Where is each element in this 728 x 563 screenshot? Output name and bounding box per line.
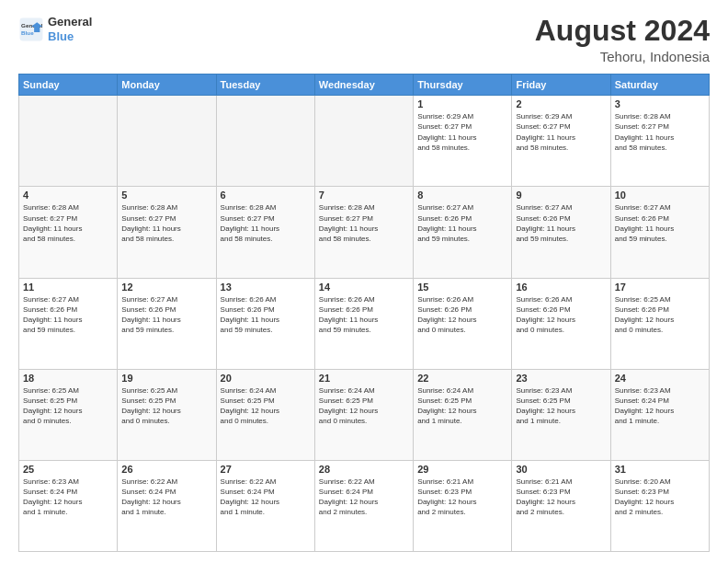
day-info: Sunrise: 6:28 AM Sunset: 6:27 PM Dayligh… [319, 202, 409, 244]
day-info: Sunrise: 6:25 AM Sunset: 6:26 PM Dayligh… [615, 294, 705, 336]
day-info: Sunrise: 6:28 AM Sunset: 6:27 PM Dayligh… [23, 202, 113, 244]
calendar-cell: 11Sunrise: 6:27 AM Sunset: 6:26 PM Dayli… [19, 278, 118, 369]
day-info: Sunrise: 6:28 AM Sunset: 6:27 PM Dayligh… [121, 202, 211, 244]
calendar-header-row: SundayMondayTuesdayWednesdayThursdayFrid… [19, 75, 710, 96]
day-number: 31 [615, 464, 705, 475]
calendar-cell: 4Sunrise: 6:28 AM Sunset: 6:27 PM Daylig… [19, 187, 118, 278]
day-number: 20 [221, 373, 311, 384]
day-number: 18 [23, 373, 113, 384]
day-info: Sunrise: 6:22 AM Sunset: 6:24 PM Dayligh… [221, 477, 311, 518]
day-number: 28 [319, 464, 409, 475]
day-info: Sunrise: 6:25 AM Sunset: 6:25 PM Dayligh… [23, 385, 113, 427]
calendar-cell: 6Sunrise: 6:28 AM Sunset: 6:27 PM Daylig… [216, 187, 314, 278]
calendar-cell: 26Sunrise: 6:22 AM Sunset: 6:24 PM Dayli… [118, 460, 216, 551]
calendar-week-2: 4Sunrise: 6:28 AM Sunset: 6:27 PM Daylig… [19, 187, 710, 278]
day-info: Sunrise: 6:23 AM Sunset: 6:25 PM Dayligh… [516, 385, 606, 427]
calendar-header-thursday: Thursday [414, 75, 512, 96]
day-number: 30 [516, 464, 606, 475]
day-info: Sunrise: 6:28 AM Sunset: 6:27 PM Dayligh… [221, 202, 311, 244]
day-info: Sunrise: 6:27 AM Sunset: 6:26 PM Dayligh… [121, 294, 211, 336]
day-info: Sunrise: 6:27 AM Sunset: 6:26 PM Dayligh… [23, 294, 113, 336]
calendar-header-sunday: Sunday [19, 75, 118, 96]
calendar-cell: 25Sunrise: 6:23 AM Sunset: 6:24 PM Dayli… [19, 460, 118, 551]
day-number: 27 [221, 464, 311, 475]
calendar-header-saturday: Saturday [610, 75, 709, 96]
day-number: 24 [615, 373, 705, 384]
calendar-cell: 8Sunrise: 6:27 AM Sunset: 6:26 PM Daylig… [414, 187, 512, 278]
day-number: 29 [417, 464, 507, 475]
calendar-cell: 3Sunrise: 6:28 AM Sunset: 6:27 PM Daylig… [610, 96, 709, 187]
calendar-table: SundayMondayTuesdayWednesdayThursdayFrid… [18, 74, 710, 552]
calendar-cell: 21Sunrise: 6:24 AM Sunset: 6:25 PM Dayli… [314, 369, 413, 460]
calendar-cell: 29Sunrise: 6:21 AM Sunset: 6:23 PM Dayli… [414, 460, 512, 551]
day-number: 14 [319, 282, 409, 293]
calendar-cell [314, 96, 413, 187]
day-number: 4 [23, 190, 113, 201]
day-info: Sunrise: 6:23 AM Sunset: 6:24 PM Dayligh… [615, 385, 705, 427]
day-info: Sunrise: 6:24 AM Sunset: 6:25 PM Dayligh… [221, 385, 311, 427]
day-info: Sunrise: 6:29 AM Sunset: 6:27 PM Dayligh… [417, 111, 507, 153]
calendar-cell: 9Sunrise: 6:27 AM Sunset: 6:26 PM Daylig… [512, 187, 610, 278]
day-number: 8 [417, 190, 507, 201]
calendar-week-3: 11Sunrise: 6:27 AM Sunset: 6:26 PM Dayli… [19, 278, 710, 369]
calendar-cell: 16Sunrise: 6:26 AM Sunset: 6:26 PM Dayli… [512, 278, 610, 369]
day-info: Sunrise: 6:22 AM Sunset: 6:24 PM Dayligh… [319, 477, 409, 518]
day-number: 26 [121, 464, 211, 475]
calendar-cell [118, 96, 216, 187]
logo: General Blue General Blue [18, 15, 92, 43]
calendar-header-tuesday: Tuesday [216, 75, 314, 96]
day-number: 5 [121, 190, 211, 201]
day-number: 12 [121, 282, 211, 293]
day-info: Sunrise: 6:27 AM Sunset: 6:26 PM Dayligh… [615, 202, 705, 244]
day-number: 1 [417, 98, 507, 109]
day-number: 10 [615, 190, 705, 201]
calendar-cell [216, 96, 314, 187]
logo-line2: Blue [48, 29, 92, 44]
calendar-header-wednesday: Wednesday [314, 75, 413, 96]
calendar-cell: 2Sunrise: 6:29 AM Sunset: 6:27 PM Daylig… [512, 96, 610, 187]
calendar-cell: 31Sunrise: 6:20 AM Sunset: 6:23 PM Dayli… [610, 460, 709, 551]
day-info: Sunrise: 6:22 AM Sunset: 6:24 PM Dayligh… [121, 477, 211, 518]
day-number: 9 [516, 190, 606, 201]
day-number: 25 [23, 464, 113, 475]
header: General Blue General Blue August 2024 Te… [18, 15, 710, 64]
day-number: 13 [221, 282, 311, 293]
calendar-cell: 28Sunrise: 6:22 AM Sunset: 6:24 PM Dayli… [314, 460, 413, 551]
day-info: Sunrise: 6:25 AM Sunset: 6:25 PM Dayligh… [121, 385, 211, 427]
day-info: Sunrise: 6:26 AM Sunset: 6:26 PM Dayligh… [417, 294, 507, 336]
calendar-week-4: 18Sunrise: 6:25 AM Sunset: 6:25 PM Dayli… [19, 369, 710, 460]
page: General Blue General Blue August 2024 Te… [0, 0, 728, 563]
day-number: 17 [615, 282, 705, 293]
calendar-cell: 15Sunrise: 6:26 AM Sunset: 6:26 PM Dayli… [414, 278, 512, 369]
day-info: Sunrise: 6:27 AM Sunset: 6:26 PM Dayligh… [417, 202, 507, 244]
day-info: Sunrise: 6:27 AM Sunset: 6:26 PM Dayligh… [516, 202, 606, 244]
calendar-week-1: 1Sunrise: 6:29 AM Sunset: 6:27 PM Daylig… [19, 96, 710, 187]
calendar-cell: 19Sunrise: 6:25 AM Sunset: 6:25 PM Dayli… [118, 369, 216, 460]
calendar-cell: 13Sunrise: 6:26 AM Sunset: 6:26 PM Dayli… [216, 278, 314, 369]
logo-icon: General Blue [18, 17, 44, 42]
day-info: Sunrise: 6:28 AM Sunset: 6:27 PM Dayligh… [615, 111, 705, 153]
day-number: 6 [221, 190, 311, 201]
calendar-cell: 23Sunrise: 6:23 AM Sunset: 6:25 PM Dayli… [512, 369, 610, 460]
day-number: 3 [615, 98, 705, 109]
calendar-cell: 5Sunrise: 6:28 AM Sunset: 6:27 PM Daylig… [118, 187, 216, 278]
calendar-cell: 10Sunrise: 6:27 AM Sunset: 6:26 PM Dayli… [610, 187, 709, 278]
day-number: 22 [417, 373, 507, 384]
calendar-cell: 24Sunrise: 6:23 AM Sunset: 6:24 PM Dayli… [610, 369, 709, 460]
day-info: Sunrise: 6:21 AM Sunset: 6:23 PM Dayligh… [417, 477, 507, 518]
title-block: August 2024 Tehoru, Indonesia [535, 15, 710, 64]
calendar-cell [19, 96, 118, 187]
day-info: Sunrise: 6:23 AM Sunset: 6:24 PM Dayligh… [23, 477, 113, 518]
logo-line1: General [48, 15, 92, 29]
day-info: Sunrise: 6:24 AM Sunset: 6:25 PM Dayligh… [417, 385, 507, 427]
subtitle: Tehoru, Indonesia [535, 49, 710, 64]
day-info: Sunrise: 6:21 AM Sunset: 6:23 PM Dayligh… [516, 477, 606, 518]
day-number: 23 [516, 373, 606, 384]
day-number: 21 [319, 373, 409, 384]
calendar-cell: 20Sunrise: 6:24 AM Sunset: 6:25 PM Dayli… [216, 369, 314, 460]
day-number: 19 [121, 373, 211, 384]
main-title: August 2024 [535, 15, 710, 47]
day-number: 16 [516, 282, 606, 293]
day-info: Sunrise: 6:20 AM Sunset: 6:23 PM Dayligh… [615, 477, 705, 518]
day-info: Sunrise: 6:24 AM Sunset: 6:25 PM Dayligh… [319, 385, 409, 427]
